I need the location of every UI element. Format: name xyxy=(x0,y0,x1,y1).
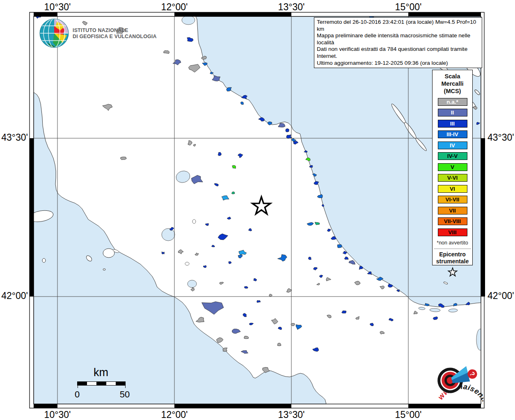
ingv-line2: DI GEOFISICA E VULCANOLOGIA xyxy=(73,33,157,40)
legend-title-line: (MCS) xyxy=(433,87,472,95)
legend-divider xyxy=(434,249,471,249)
ingv-line1: ISTITUTO NAZIONALE xyxy=(73,27,157,34)
legend-epicenter-label: Epicentrostrumentale xyxy=(433,251,472,265)
frame-band-bottom xyxy=(174,404,291,408)
scale-end-tick xyxy=(125,385,126,388)
intensity-legend: ScalaMercalli(MCS) n.a.*IIIIIIII-IVIVIV-… xyxy=(432,70,473,265)
frame-band-left xyxy=(30,138,34,297)
ingv-logo-text: ISTITUTO NAZIONALE DI GEOFISICA E VULCAN… xyxy=(73,27,157,40)
legend-title: ScalaMercalli(MCS) xyxy=(433,73,472,95)
legend-swatch-VII: VII xyxy=(438,207,467,215)
legend-epicenter-line: strumentale xyxy=(433,258,472,265)
earthquake-info-box: Terremoto del 26-10-2016 23:42:01 (ora l… xyxy=(314,17,482,68)
legend-swatch-V: V xyxy=(438,163,467,171)
info-line: Dati non verificati estratti da 784 ques… xyxy=(317,46,479,59)
frame-band-top xyxy=(174,12,291,16)
frame-band-top xyxy=(408,12,481,16)
axis-tick-bottom: 12°00' xyxy=(161,409,188,420)
island xyxy=(103,269,105,270)
axis-tick-bottom: 10°30' xyxy=(44,409,71,420)
legend-footnote: *non avvertito xyxy=(433,240,472,246)
scale-start-label: 0 xyxy=(75,389,80,400)
info-line: Mappa preliminare delle intensità macros… xyxy=(317,32,479,46)
legend-swatch-V-VI: V-VI xyxy=(438,174,467,182)
axis-tick-bottom: 15°00' xyxy=(395,409,422,420)
scale-unit-label: km xyxy=(73,366,129,379)
axis-tick-top: 12°00' xyxy=(161,2,188,13)
legend-swatch-II: II xyxy=(438,109,467,116)
axis-tick-top: 10°30' xyxy=(44,2,71,13)
scale-segment xyxy=(96,382,106,385)
scale-bar-labels: 0 50 xyxy=(70,389,135,399)
ingv-logo-block: ISTITUTO NAZIONALE DI GEOFISICA E VULCAN… xyxy=(39,18,164,48)
macroseismic-map-page: 10°30'12°00'13°30'15°00'10°30'12°00'13°3… xyxy=(0,0,515,420)
info-line: Ultimo aggiornamento: 19-12-2025 09:36 (… xyxy=(317,60,479,67)
haisentitoilterremoto-logo: www.haisentitoilterremoto.it ? xyxy=(422,349,483,412)
axis-tick-left: 42°00' xyxy=(1,290,28,301)
frame-band-left xyxy=(30,16,34,138)
town-marker-na xyxy=(223,348,227,352)
legend-items: n.a.*IIIIIIII-IVIVIV-VVV-VIVIVI-VIIVIIVI… xyxy=(433,98,472,236)
town-marker-III xyxy=(218,152,221,156)
map-scale-bar: km 0 50 xyxy=(70,366,135,399)
town-marker-na xyxy=(277,343,281,346)
axis-tick-top: 13°30' xyxy=(278,2,305,13)
frame-band-top xyxy=(291,12,408,16)
town-marker-III xyxy=(309,257,311,260)
frame-band-bottom xyxy=(291,404,408,408)
town-marker-na xyxy=(121,157,126,160)
ingv-globe-icon xyxy=(39,18,69,48)
lake xyxy=(162,228,175,241)
town-marker-na xyxy=(164,50,169,53)
legend-swatch-IV: IV xyxy=(438,142,467,149)
town-marker-III xyxy=(286,129,289,132)
axis-tick-left: 43°30' xyxy=(1,132,28,143)
scale-segment xyxy=(106,382,116,385)
frame-band-top xyxy=(57,12,174,16)
legend-title-line: Mercalli xyxy=(433,80,472,87)
lake xyxy=(192,219,196,224)
frame-band-left xyxy=(30,297,34,404)
frame-band-top xyxy=(34,12,57,16)
axis-tick-bottom: 13°30' xyxy=(278,409,305,420)
axis-tick-right: 43°30' xyxy=(488,132,514,143)
scale-bar-segments xyxy=(77,381,126,386)
legend-swatch-III-IV: III-IV xyxy=(438,130,467,138)
legend-swatch-VII-VIII: VII-VIII xyxy=(438,217,467,225)
town-marker-III-IV xyxy=(337,244,342,248)
info-line: Terremoto del 26-10-2016 23:42:01 (ora l… xyxy=(317,19,479,32)
legend-swatch-VI-VII: VI-VII xyxy=(438,196,467,203)
scale-segment xyxy=(116,382,125,385)
epicenter-legend-star-icon xyxy=(446,266,459,277)
legend-swatch-III: III xyxy=(438,120,467,128)
scale-end-label: 50 xyxy=(120,389,130,400)
legend-epicenter-line: Epicentro xyxy=(433,251,472,258)
scale-segment xyxy=(78,382,87,385)
legend-swatch-IV-V: IV-V xyxy=(438,152,467,160)
legend-swatch-n.a.*: n.a.* xyxy=(438,98,467,106)
legend-title-line: Scala xyxy=(433,73,472,80)
island xyxy=(42,258,46,262)
legend-swatch-VIII: VIII xyxy=(438,228,467,236)
axis-tick-right: 42°00' xyxy=(488,290,514,301)
town-marker-III xyxy=(257,300,261,302)
island xyxy=(103,249,114,258)
frame-band-bottom xyxy=(34,404,57,408)
lake xyxy=(185,262,189,265)
lake xyxy=(188,280,197,288)
axis-tick-top: 15°00' xyxy=(395,2,422,13)
scale-segment xyxy=(87,382,96,385)
frame-band-bottom xyxy=(57,404,174,408)
lake xyxy=(182,16,195,25)
town-marker-V xyxy=(232,165,236,168)
legend-swatch-VI: VI xyxy=(438,185,467,193)
hsit-logo-icon: www.haisentitoilterremoto.it ? xyxy=(422,349,483,411)
scale-end-tick xyxy=(78,385,78,388)
town-marker-na xyxy=(244,336,249,339)
